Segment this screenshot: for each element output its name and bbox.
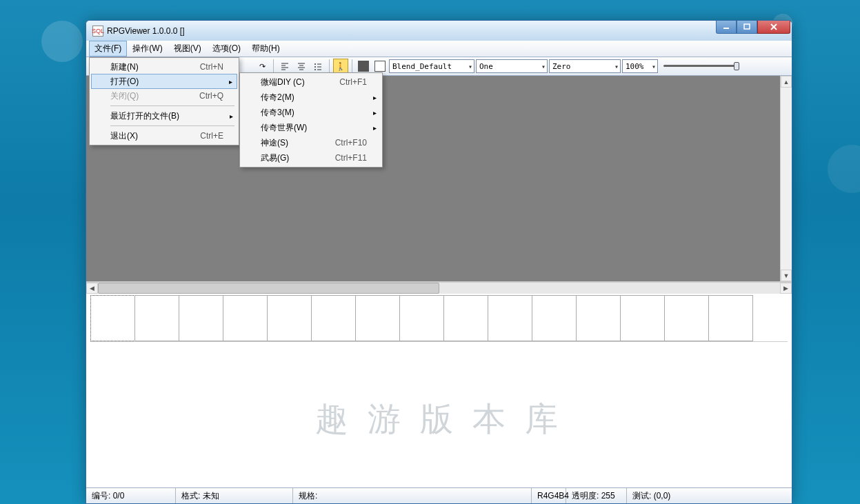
- lower-panel: 趣 游 版 本 库: [86, 342, 792, 487]
- opacity-slider[interactable]: [663, 61, 739, 71]
- svg-point-14: [314, 66, 316, 68]
- open-submenu-dropdown: 微端DIY (C)Ctrl+F1 传奇2(M) 传奇3(M) 传奇世界(W) 神…: [239, 72, 383, 168]
- vertical-scrollbar[interactable]: ▲ ▼: [780, 76, 792, 281]
- align-left-icon[interactable]: [277, 59, 292, 74]
- menu-help[interactable]: 帮助(H): [246, 41, 286, 57]
- submenu-item-cqsj[interactable]: 传奇世界(W): [241, 120, 381, 135]
- walker-icon[interactable]: 🚶: [333, 59, 348, 74]
- frame-cell[interactable]: [355, 295, 400, 341]
- frame-cell[interactable]: [664, 295, 709, 341]
- redo-icon[interactable]: ↷: [254, 59, 270, 74]
- app-window: SQL RPGViewer 1.0.0.0 [] 文件(F) 操作(W) 视图(…: [86, 20, 792, 504]
- menu-item-exit[interactable]: 退出(X)Ctrl+E: [91, 128, 237, 143]
- scroll-right-icon[interactable]: ▶: [780, 283, 792, 294]
- frame-cell[interactable]: [576, 295, 621, 341]
- menubar: 文件(F) 操作(W) 视图(V) 选项(O) 帮助(H): [86, 41, 792, 57]
- blend-dst-select[interactable]: Zero: [549, 59, 621, 73]
- status-alpha: 透明度: 255: [566, 488, 627, 503]
- status-test: 测试: (0,0): [627, 488, 792, 503]
- frame-cell[interactable]: [267, 295, 312, 341]
- menu-item-close: 关闭(Q)Ctrl+Q: [91, 88, 237, 103]
- statusbar: 编号: 0/0 格式: 未知 规格: R4G4B4 透明度: 255 测试: (…: [86, 487, 792, 503]
- menu-file[interactable]: 文件(F): [89, 41, 127, 57]
- frame-cell[interactable]: [488, 295, 532, 341]
- frame-strip: [90, 295, 788, 342]
- maximize-button[interactable]: [737, 21, 757, 34]
- menu-item-new[interactable]: 新建(N)Ctrl+N: [91, 59, 237, 74]
- svg-point-12: [314, 63, 316, 65]
- scroll-down-icon[interactable]: ▼: [781, 270, 792, 281]
- menu-item-open[interactable]: 打开(O): [91, 74, 237, 89]
- frame-cell[interactable]: [708, 295, 753, 341]
- watermark-text: 趣 游 版 本 库: [315, 397, 563, 441]
- close-button[interactable]: [757, 21, 790, 34]
- menu-item-recent[interactable]: 最近打开的文件(B): [91, 108, 237, 123]
- list-icon[interactable]: [310, 59, 326, 74]
- frame-cell[interactable]: [134, 295, 179, 341]
- menu-operate[interactable]: 操作(W): [127, 41, 168, 57]
- frame-cell[interactable]: [399, 295, 444, 341]
- file-menu-dropdown: 新建(N)Ctrl+N 打开(O) 关闭(Q)Ctrl+Q 最近打开的文件(B)…: [89, 57, 239, 145]
- align-center-icon[interactable]: [294, 59, 309, 74]
- submenu-item-cq3[interactable]: 传奇3(M): [241, 105, 381, 120]
- scroll-up-icon[interactable]: ▲: [781, 76, 792, 88]
- window-title: RPGViewer 1.0.0.0 []: [107, 26, 185, 36]
- blend-src-select[interactable]: One: [476, 59, 548, 73]
- minimize-button[interactable]: [716, 21, 737, 34]
- frame-cell[interactable]: [620, 295, 665, 341]
- menu-view[interactable]: 视图(V): [168, 41, 207, 57]
- bgcolor-swatch[interactable]: [356, 59, 371, 74]
- status-pixfmt: R4G4B4: [532, 488, 566, 503]
- menu-options[interactable]: 选项(O): [207, 41, 246, 57]
- submenu-item-shentu[interactable]: 神途(S)Ctrl+F10: [241, 135, 381, 150]
- status-format: 格式: 未知: [176, 488, 293, 503]
- frame-cell[interactable]: [90, 295, 135, 341]
- submenu-item-diy[interactable]: 微端DIY (C)Ctrl+F1: [241, 74, 381, 90]
- status-index: 编号: 0/0: [86, 488, 176, 503]
- zoom-select[interactable]: 100%: [622, 59, 658, 73]
- frame-cell[interactable]: [179, 295, 223, 341]
- app-icon: SQL: [92, 26, 103, 37]
- frame-cell[interactable]: [532, 295, 577, 341]
- submenu-item-cq2[interactable]: 传奇2(M): [241, 90, 381, 105]
- status-spec: 规格:: [293, 488, 532, 503]
- frame-cell[interactable]: [311, 295, 356, 341]
- svg-rect-1: [744, 24, 750, 29]
- titlebar[interactable]: SQL RPGViewer 1.0.0.0 []: [86, 21, 792, 41]
- submenu-item-wuyi[interactable]: 武易(G)Ctrl+F11: [241, 150, 381, 165]
- frame-cell[interactable]: [223, 295, 268, 341]
- blend-mode-select[interactable]: Blend_Default: [389, 59, 474, 73]
- scroll-left-icon[interactable]: ◀: [86, 283, 98, 294]
- frame-cell[interactable]: [443, 295, 488, 341]
- horizontal-scrollbar[interactable]: ◀ ▶: [86, 282, 792, 294]
- fgcolor-swatch[interactable]: [372, 59, 388, 74]
- svg-point-16: [314, 69, 316, 70]
- h-scroll-thumb[interactable]: [98, 283, 439, 294]
